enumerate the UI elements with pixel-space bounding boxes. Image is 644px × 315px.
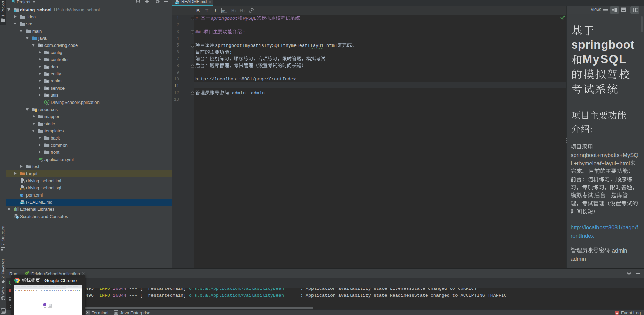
svg-text:m: m xyxy=(222,8,226,13)
svg-text:m: m xyxy=(20,192,24,198)
svg-text:SQL: SQL xyxy=(21,188,25,190)
svg-text:MD: MD xyxy=(176,2,178,4)
svg-text:MD: MD xyxy=(21,202,23,204)
